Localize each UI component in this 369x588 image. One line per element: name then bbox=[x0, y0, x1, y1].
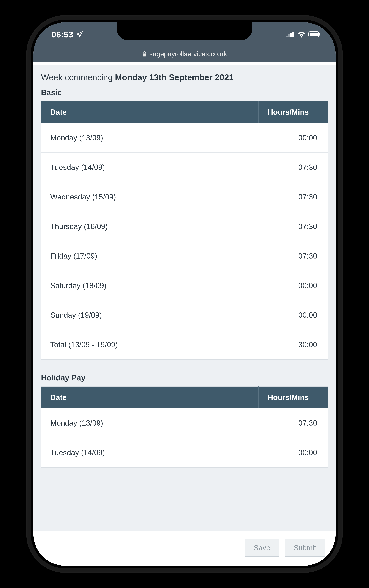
location-icon bbox=[76, 31, 83, 38]
submit-button[interactable]: Submit bbox=[285, 539, 325, 557]
svg-rect-2 bbox=[290, 33, 292, 37]
battery-icon bbox=[308, 31, 320, 37]
row-value: 00:00 bbox=[258, 300, 328, 330]
page-content[interactable]: Week commencing Monday 13th September 20… bbox=[33, 62, 336, 566]
table-row[interactable]: Sunday (19/09)00:00 bbox=[41, 300, 328, 330]
table-row[interactable]: Total (13/09 - 19/09)30:00 bbox=[41, 330, 328, 360]
table-row[interactable]: Monday (13/09)00:00 bbox=[41, 123, 328, 153]
row-label: Tuesday (14/09) bbox=[41, 438, 258, 467]
holiday-table: Date Hours/Mins Monday (13/09)07:30 Tues… bbox=[41, 386, 328, 467]
table-row[interactable]: Friday (17/09)07:30 bbox=[41, 241, 328, 271]
row-value: 00:00 bbox=[258, 438, 328, 467]
row-value: 07:30 bbox=[258, 182, 328, 212]
row-label: Sunday (19/09) bbox=[41, 300, 258, 330]
save-button[interactable]: Save bbox=[245, 539, 279, 557]
tab-indicator bbox=[33, 62, 336, 65]
row-value: 07:30 bbox=[258, 408, 328, 438]
row-label: Wednesday (15/09) bbox=[41, 182, 258, 212]
section-title-basic: Basic bbox=[41, 88, 328, 97]
svg-rect-7 bbox=[143, 53, 146, 56]
wifi-icon bbox=[297, 31, 306, 38]
col-date: Date bbox=[41, 101, 258, 123]
row-value: 30:00 bbox=[258, 330, 328, 360]
url-text: sagepayrollservices.co.uk bbox=[149, 50, 227, 58]
col-hours: Hours/Mins bbox=[258, 101, 328, 123]
row-label: Monday (13/09) bbox=[41, 408, 258, 438]
svg-rect-0 bbox=[286, 36, 287, 37]
section-title-holiday: Holiday Pay bbox=[41, 373, 328, 382]
table-row[interactable]: Monday (13/09)07:30 bbox=[41, 408, 328, 438]
svg-rect-5 bbox=[310, 32, 318, 36]
table-row[interactable]: Tuesday (14/09)00:00 bbox=[41, 438, 328, 467]
phone-frame: 06:53 bbox=[26, 15, 343, 573]
table-row[interactable]: Saturday (18/09)00:00 bbox=[41, 271, 328, 300]
col-date: Date bbox=[41, 387, 258, 408]
url-bar[interactable]: sagepayrollservices.co.uk bbox=[33, 46, 336, 62]
row-label: Thursday (16/09) bbox=[41, 212, 258, 241]
basic-table: Date Hours/Mins Monday (13/09)00:00 Tues… bbox=[41, 101, 328, 360]
row-label: Monday (13/09) bbox=[41, 123, 258, 153]
bottom-toolbar: Save Submit bbox=[33, 531, 336, 566]
row-label: Total (13/09 - 19/09) bbox=[41, 330, 258, 360]
week-heading: Week commencing Monday 13th September 20… bbox=[41, 72, 328, 82]
row-value: 00:00 bbox=[258, 123, 328, 153]
lock-icon bbox=[142, 51, 147, 57]
signal-icon bbox=[286, 31, 295, 37]
row-label: Tuesday (14/09) bbox=[41, 153, 258, 182]
row-value: 07:30 bbox=[258, 212, 328, 241]
row-label: Saturday (18/09) bbox=[41, 271, 258, 300]
table-row[interactable]: Tuesday (14/09)07:30 bbox=[41, 153, 328, 182]
row-label: Friday (17/09) bbox=[41, 241, 258, 271]
svg-rect-1 bbox=[288, 34, 290, 37]
svg-rect-6 bbox=[319, 33, 320, 36]
week-prefix: Week commencing bbox=[41, 72, 115, 82]
notch bbox=[117, 22, 252, 41]
week-date: Monday 13th September 2021 bbox=[115, 72, 234, 82]
table-row[interactable]: Wednesday (15/09)07:30 bbox=[41, 182, 328, 212]
row-value: 07:30 bbox=[258, 241, 328, 271]
row-value: 00:00 bbox=[258, 271, 328, 300]
status-time: 06:53 bbox=[51, 30, 73, 39]
svg-rect-3 bbox=[292, 32, 294, 37]
col-hours: Hours/Mins bbox=[258, 387, 328, 408]
screen: 06:53 bbox=[33, 22, 336, 566]
row-value: 07:30 bbox=[258, 153, 328, 182]
phone-inner: 06:53 bbox=[31, 20, 338, 568]
table-row[interactable]: Thursday (16/09)07:30 bbox=[41, 212, 328, 241]
